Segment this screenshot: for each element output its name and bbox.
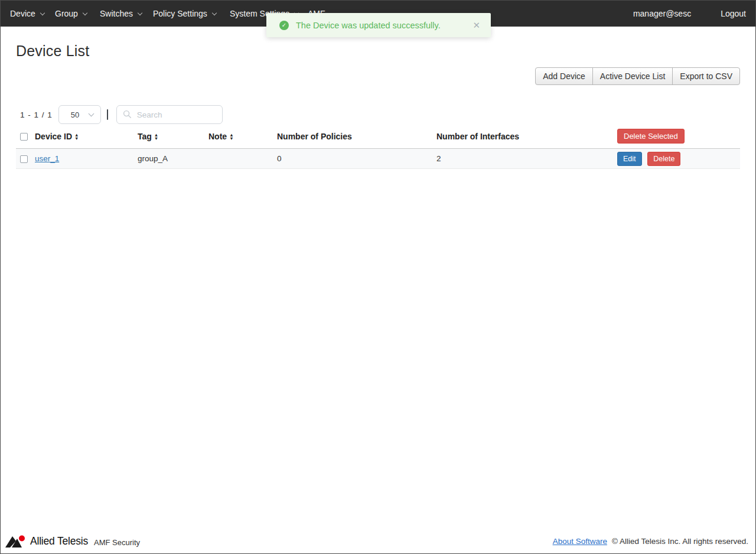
toolbar: Add Device Active Device List Export to … xyxy=(16,67,740,85)
nav-item-label: Switches xyxy=(100,9,133,18)
delete-selected-button[interactable]: Delete Selected xyxy=(617,129,685,144)
col-header-interfaces: Number of Interfaces xyxy=(436,128,611,149)
footer-brand: Allied Telesis AMF Security xyxy=(5,535,140,549)
allied-telesis-logo-icon xyxy=(5,535,27,549)
col-header-label: Number of Policies xyxy=(277,132,352,141)
col-header-tag[interactable]: Tag▲▼ xyxy=(138,128,208,149)
close-icon[interactable]: ✕ xyxy=(470,19,483,32)
note-cell xyxy=(208,149,277,169)
col-header-label: Number of Interfaces xyxy=(436,132,519,141)
footer-links: About Software © Allied Telesis Inc. All… xyxy=(553,537,748,546)
chevron-down-icon xyxy=(83,10,87,15)
search-box xyxy=(116,105,223,124)
chevron-down-icon xyxy=(138,10,142,15)
chevron-down-icon xyxy=(40,10,45,15)
main-content: Device List Add Device Active Device Lis… xyxy=(1,43,755,169)
table-row: user_1 group_A 0 2 Edit Delete xyxy=(16,149,740,169)
toast-message: The Device was updated successfully. xyxy=(296,21,470,30)
brand-name: Allied Telesis xyxy=(30,535,88,548)
navbar-right: manager@sesc Logout xyxy=(633,1,746,27)
device-id-link[interactable]: user_1 xyxy=(35,154,59,163)
app-window: Device Group Switches Policy Settings Sy… xyxy=(0,0,756,554)
pagination-range: 1 - 1 / 1 xyxy=(20,110,53,119)
add-device-button[interactable]: Add Device xyxy=(535,67,593,85)
nav-item-label: Device xyxy=(10,9,35,18)
chevron-down-icon xyxy=(212,10,217,15)
user-email: manager@sesc xyxy=(633,9,691,18)
divider xyxy=(107,109,108,120)
tag-cell: group_A xyxy=(138,149,208,169)
col-header-label: Note xyxy=(208,132,227,141)
toast-success: ✓ The Device was updated successfully. ✕ xyxy=(266,13,491,37)
col-header-policies: Number of Policies xyxy=(277,128,436,149)
row-checkbox[interactable] xyxy=(20,155,28,163)
delete-button[interactable]: Delete xyxy=(647,152,680,166)
select-all-checkbox[interactable] xyxy=(20,133,28,141)
logout-button[interactable]: Logout xyxy=(721,9,746,18)
list-controls: 1 - 1 / 1 50 xyxy=(16,105,740,124)
search-icon xyxy=(123,110,132,119)
nav-item-device[interactable]: Device xyxy=(10,1,44,27)
active-device-list-button[interactable]: Active Device List xyxy=(592,67,673,85)
policies-cell: 0 xyxy=(277,149,436,169)
page-size-value: 50 xyxy=(71,110,89,119)
col-header-label: Tag xyxy=(138,132,152,141)
page-title: Device List xyxy=(16,43,740,60)
col-header-note[interactable]: Note▲▼ xyxy=(208,128,277,149)
sort-icon: ▲▼ xyxy=(154,133,158,140)
about-software-link[interactable]: About Software xyxy=(553,537,607,546)
nav-item-switches[interactable]: Switches xyxy=(100,1,142,27)
check-glyph: ✓ xyxy=(282,22,286,28)
footer: Allied Telesis AMF Security About Softwa… xyxy=(1,532,755,553)
chevron-down-icon xyxy=(88,111,94,117)
interfaces-cell: 2 xyxy=(436,149,611,169)
sort-icon: ▲▼ xyxy=(229,133,233,140)
nav-item-policy-settings[interactable]: Policy Settings xyxy=(153,1,216,27)
success-check-icon: ✓ xyxy=(279,21,289,30)
copyright-text: © Allied Telesis Inc. All rights reserve… xyxy=(612,537,748,546)
sort-icon: ▲▼ xyxy=(74,133,79,140)
nav-item-label: Policy Settings xyxy=(153,9,207,18)
nav-item-label: Group xyxy=(55,9,78,18)
search-input[interactable] xyxy=(116,105,223,124)
page-size-select[interactable]: 50 xyxy=(58,105,101,124)
col-header-label: Device ID xyxy=(35,132,72,141)
device-table: Device ID▲▼ Tag▲▼ Note▲▼ Number of Polic… xyxy=(16,128,740,169)
nav-item-group[interactable]: Group xyxy=(55,1,87,27)
product-name: AMF Security xyxy=(94,538,140,547)
export-to-csv-button[interactable]: Export to CSV xyxy=(672,67,740,85)
col-header-device-id[interactable]: Device ID▲▼ xyxy=(35,128,138,149)
edit-button[interactable]: Edit xyxy=(617,152,642,166)
table-header-row: Device ID▲▼ Tag▲▼ Note▲▼ Number of Polic… xyxy=(16,128,740,149)
